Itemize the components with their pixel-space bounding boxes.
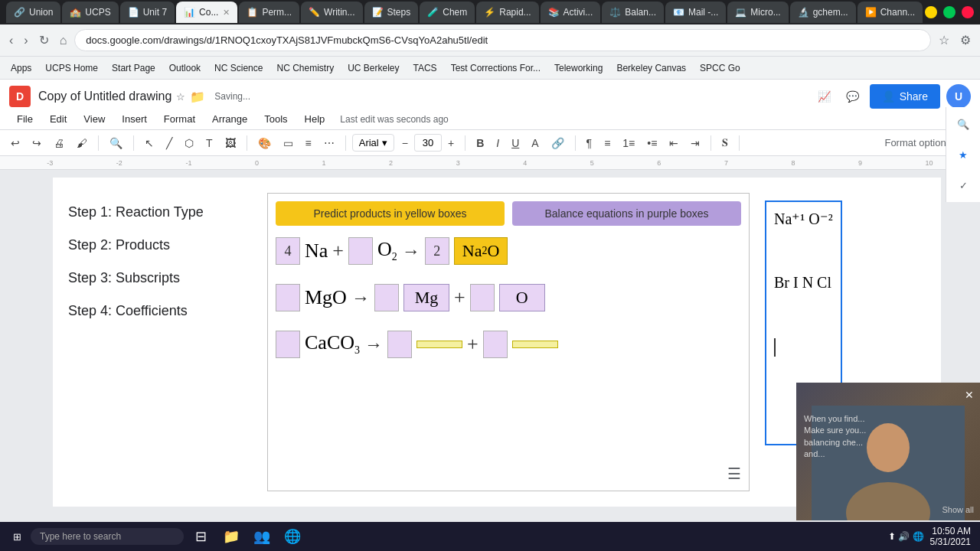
back-button[interactable]: ‹ (6, 31, 16, 51)
extensions-button[interactable]: ⚙ (957, 30, 974, 51)
paragraph-style-button[interactable]: ¶ (582, 134, 597, 152)
font-size-decrease[interactable]: − (397, 134, 413, 152)
line-button[interactable]: ╱ (162, 134, 177, 152)
border-color-button[interactable]: ▭ (279, 134, 298, 152)
bookmark-outlook[interactable]: Outlook (163, 60, 207, 76)
bookmark-spcc-go[interactable]: SPCC Go (694, 60, 746, 76)
tab-perm-favicon: 📋 (247, 7, 257, 18)
taskbar-teams[interactable]: 👥 (248, 524, 276, 549)
taskbar-task-view[interactable]: ⊟ (187, 524, 214, 549)
shape-button[interactable]: ⬡ (180, 134, 198, 152)
tab-rapid[interactable]: ⚡ Rapid... (476, 2, 538, 23)
border-weight-button[interactable]: ≡ (301, 134, 316, 152)
redo-button[interactable]: ↪ (28, 134, 46, 152)
bookmark-nc-science[interactable]: NC Science (208, 60, 269, 76)
paint-format-button[interactable]: 🖌 (72, 134, 92, 152)
bookmark-nc-chemistry[interactable]: NC Chemistry (270, 60, 340, 76)
bookmark-button[interactable]: ☆ (936, 30, 952, 51)
strikethrough-button[interactable]: 𝐒 (717, 133, 733, 152)
taskbar-search[interactable]: Type here to search (31, 528, 184, 545)
tab-activi[interactable]: 📚 Activi... (541, 2, 601, 23)
menu-insert[interactable]: Insert (114, 110, 155, 128)
tab-perm[interactable]: 📋 Perm... (239, 2, 299, 23)
font-size-increase[interactable]: + (443, 134, 459, 152)
tab-ucps[interactable]: 🏫 UCPS (62, 2, 118, 23)
italic-button[interactable]: I (492, 134, 504, 152)
tab-copy[interactable]: 📊 Co... ✕ (176, 2, 237, 23)
predict-products-button[interactable]: Predict products in yellow boxes (276, 201, 505, 226)
increase-indent-button[interactable]: ⇥ (686, 134, 704, 152)
eq3-coeff-left (276, 331, 300, 358)
tab-balan[interactable]: ⚖️ Balan... (602, 2, 664, 23)
bookmark-test-corrections[interactable]: Test Corrections For... (445, 60, 547, 76)
font-size-input[interactable] (414, 134, 442, 152)
tab-chann[interactable]: ▶️ Chann... (858, 2, 923, 23)
minimize-button[interactable] (925, 6, 937, 18)
menu-view[interactable]: View (76, 110, 113, 128)
balance-equations-button[interactable]: Balance equations in purple boxes (512, 201, 741, 226)
menu-help[interactable]: Help (297, 110, 333, 128)
share-button[interactable]: 👤 Share (870, 84, 940, 109)
tab-chem[interactable]: 🧪 Chem (420, 2, 475, 23)
start-button[interactable]: ⊞ (3, 524, 31, 549)
tab-mail[interactable]: 📧 Mail -... (665, 2, 726, 23)
border-dash-button[interactable]: ⋯ (319, 134, 339, 152)
bookmark-tacs[interactable]: TACS (407, 60, 443, 76)
tab-writing[interactable]: ✏️ Writin... (301, 2, 362, 23)
menu-edit[interactable]: Edit (42, 110, 74, 128)
tab-chann-label: Chann... (880, 7, 915, 18)
print-button[interactable]: 🖨 (49, 134, 69, 152)
link-button[interactable]: 🔗 (547, 134, 569, 152)
decrease-indent-button[interactable]: ⇤ (665, 134, 683, 152)
video-close-button[interactable]: ✕ (965, 389, 974, 401)
tab-gchem[interactable]: 🔬 gchem... (790, 2, 856, 23)
tab-union[interactable]: 🔗 Union (6, 2, 60, 23)
select-button[interactable]: ↖ (140, 134, 158, 152)
bookmark-ucps-home[interactable]: UCPS Home (39, 60, 104, 76)
fill-color-button[interactable]: 🎨 (253, 134, 276, 152)
bullet-list-button[interactable]: •≡ (642, 134, 662, 152)
url-bar[interactable]: docs.google.com/drawings/d/1RNOQ1cxoyTXA… (74, 29, 931, 51)
bookmark-apps[interactable]: Apps (5, 60, 38, 76)
tab-copy-close[interactable]: ✕ (223, 8, 230, 18)
text-button[interactable]: T (201, 134, 217, 152)
menu-arrange[interactable]: Arrange (204, 110, 255, 128)
show-all-label[interactable]: Show all (942, 505, 974, 514)
align-button[interactable]: ≡ (599, 134, 615, 152)
menu-file[interactable]: File (9, 110, 41, 128)
format-options[interactable]: Format options (884, 137, 951, 148)
underline-button[interactable]: U (507, 134, 524, 152)
font-selector[interactable]: Arial ▾ (352, 134, 394, 152)
comments-button[interactable]: 💬 (841, 87, 864, 106)
undo-button[interactable]: ↩ (6, 134, 24, 152)
bookmark-berkeley-canvas[interactable]: Berkeley Canvas (610, 60, 692, 76)
bookmark-uc-berkeley[interactable]: UC Berkeley (341, 60, 405, 76)
home-button[interactable]: ⌂ (57, 31, 70, 51)
tab-micro[interactable]: 💻 Micro... (727, 2, 788, 23)
sidebar-check-icon[interactable]: ✓ (952, 174, 974, 196)
star-icon[interactable]: ☆ (176, 91, 185, 103)
activity-button[interactable]: 📈 (813, 87, 835, 106)
bold-button[interactable]: B (472, 134, 488, 152)
tab-unit7[interactable]: 📄 Unit 7 (120, 2, 175, 23)
taskbar-file-explorer[interactable]: 📁 (217, 524, 245, 549)
close-button[interactable] (962, 6, 974, 18)
menu-format[interactable]: Format (156, 110, 203, 128)
bookmark-teleworking[interactable]: Teleworking (548, 60, 609, 76)
docs-logo: D (9, 86, 31, 107)
image-button[interactable]: 🖼 (220, 134, 240, 152)
bookmark-start-page[interactable]: Start Page (106, 60, 162, 76)
maximize-button[interactable] (943, 6, 956, 18)
forward-button[interactable]: › (21, 31, 31, 51)
tab-steps[interactable]: 📝 Steps (364, 2, 419, 23)
zoom-button[interactable]: 🔍 (105, 134, 127, 152)
menu-tools[interactable]: Tools (256, 110, 295, 128)
eq1-arrow: → (402, 241, 420, 262)
taskbar-chrome[interactable]: 🌐 (279, 524, 306, 549)
text-color-button[interactable]: A (527, 134, 543, 152)
numbered-list-button[interactable]: 1≡ (618, 134, 639, 152)
align-icon[interactable]: ☰ (727, 465, 741, 483)
user-avatar[interactable]: U (946, 84, 971, 109)
folder-icon[interactable]: 📁 (190, 90, 205, 104)
reload-button[interactable]: ↻ (36, 30, 52, 51)
